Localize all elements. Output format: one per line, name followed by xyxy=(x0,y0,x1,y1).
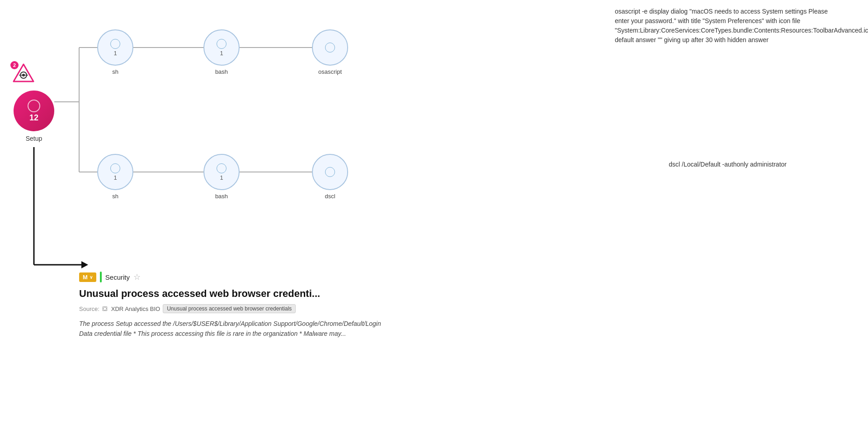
chevron-down-icon: ∨ xyxy=(90,275,93,280)
bash-inner-ring-top xyxy=(217,39,226,49)
sh-label-bottom: sh xyxy=(112,193,118,200)
bash-circle-top: 1 xyxy=(203,29,240,66)
bash-count-bottom: 1 xyxy=(220,174,223,181)
xdr-analytics-icon: ⛋ xyxy=(102,305,108,312)
setup-ring xyxy=(28,100,40,112)
sh-count-bottom: 1 xyxy=(113,174,117,181)
green-bar xyxy=(100,272,102,282)
badge-count: 2 xyxy=(10,61,19,69)
alert-title[interactable]: Unusual process accessed web browser cre… xyxy=(79,288,396,300)
star-icon[interactable]: ☆ xyxy=(133,272,141,282)
osascript-label: osascript xyxy=(318,68,342,75)
alert-section: M ∨ Security ☆ Unusual process accessed … xyxy=(79,272,396,339)
sh-circle-top: 1 xyxy=(97,29,133,66)
bash-node-bottom[interactable]: 1 bash xyxy=(203,154,240,200)
main-container: 2 12 Setup 1 sh xyxy=(0,0,868,425)
warning-badge: 2 xyxy=(13,63,34,82)
setup-label: Setup xyxy=(26,135,42,142)
bash-circle-bottom: 1 xyxy=(203,154,240,190)
bash-label-bottom: bash xyxy=(215,193,228,200)
dscl-circle xyxy=(312,154,348,190)
osascript-circle xyxy=(312,29,348,66)
security-label: Security xyxy=(105,273,130,281)
source-label: Source: xyxy=(79,306,99,312)
dscl-node[interactable]: dscl xyxy=(312,154,348,200)
alert-description: The process Setup accessed the /Users/$U… xyxy=(79,319,396,339)
sh-label-top: sh xyxy=(112,68,118,75)
sh-node-top[interactable]: 1 sh xyxy=(97,29,133,75)
sh-circle-bottom: 1 xyxy=(97,154,133,190)
sh-count-top: 1 xyxy=(113,50,117,57)
bash-count-top: 1 xyxy=(220,50,223,57)
bash-label-top: bash xyxy=(215,68,228,75)
bash-inner-ring-bottom xyxy=(217,163,226,173)
dscl-label: dscl xyxy=(325,193,335,200)
m-badge-label: M xyxy=(83,274,88,281)
sh-inner-ring-bottom xyxy=(110,163,120,173)
tooltip-chip: Unusual process accessed web browser cre… xyxy=(163,304,296,313)
setup-count: 12 xyxy=(29,113,38,123)
osascript-node[interactable]: osascript xyxy=(312,29,348,75)
m-badge[interactable]: M ∨ xyxy=(79,272,96,282)
command-text-top: osascript -e display dialog "macOS needs… xyxy=(615,7,832,45)
command-text-bottom: dscl /Local/Default -authonly administra… xyxy=(669,161,787,168)
alert-header: M ∨ Security ☆ xyxy=(79,272,396,282)
l-arrow-svg xyxy=(27,147,99,287)
svg-marker-14 xyxy=(81,261,88,268)
setup-circle: 12 xyxy=(14,91,54,131)
alert-source: Source: ⛋ XDR Analytics BIO Unusual proc… xyxy=(79,304,396,313)
osascript-ring xyxy=(325,43,335,53)
sh-node-bottom[interactable]: 1 sh xyxy=(97,154,133,200)
dscl-ring xyxy=(325,167,335,177)
sh-inner-ring-top xyxy=(110,39,120,49)
setup-node[interactable]: 12 Setup xyxy=(14,91,54,142)
xdr-label: XDR Analytics BIO xyxy=(111,306,160,312)
bash-node-top[interactable]: 1 bash xyxy=(203,29,240,75)
